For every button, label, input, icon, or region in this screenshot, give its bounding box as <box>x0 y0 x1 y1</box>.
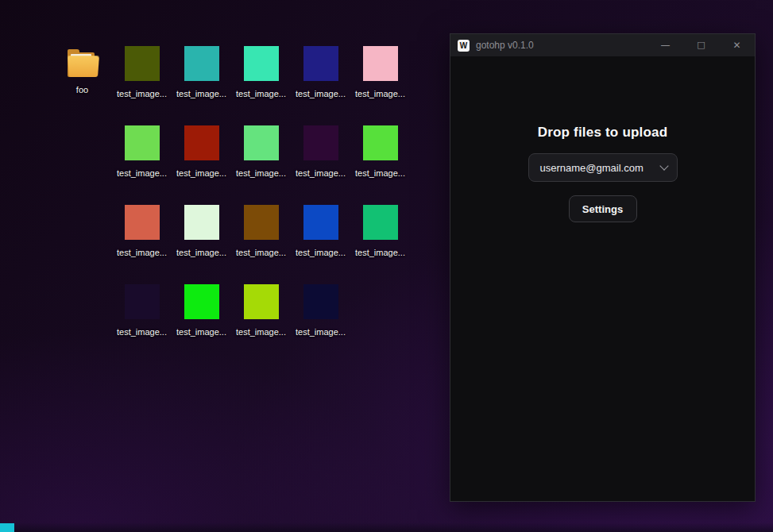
desktop-icon[interactable]: test_image... <box>291 38 350 118</box>
desktop-icon[interactable]: test_image... <box>112 197 172 276</box>
desktop-icon[interactable]: test_image... <box>291 118 350 197</box>
account-dropdown[interactable]: username@gmail.com <box>528 153 678 182</box>
image-thumbnail <box>363 125 398 160</box>
image-thumbnail <box>244 46 279 81</box>
icon-label: test_image... <box>296 327 346 337</box>
icon-label: test_image... <box>296 248 346 258</box>
minimize-button[interactable]: — <box>647 34 683 56</box>
image-thumbnail <box>244 125 279 160</box>
icon-label: test_image... <box>176 327 226 337</box>
image-thumbnail <box>184 205 219 240</box>
icon-label: test_image... <box>296 89 346 99</box>
desktop-icon[interactable]: test_image... <box>112 38 172 118</box>
icon-label: test_image... <box>236 89 286 99</box>
image-thumbnail <box>184 284 219 319</box>
desktop-icon[interactable]: test_image... <box>172 197 231 276</box>
desktop-icon[interactable]: test_image... <box>172 276 231 356</box>
image-thumbnail <box>125 205 160 240</box>
image-thumbnail <box>363 205 398 240</box>
desktop-icon[interactable]: test_image... <box>291 276 350 356</box>
icon-label: test_image... <box>355 89 405 99</box>
icon-label: test_image... <box>236 248 286 258</box>
icon-label: test_image... <box>355 248 405 258</box>
drop-zone[interactable]: Drop files to upload username@gmail.com … <box>450 56 755 501</box>
desktop-icon[interactable]: test_image... <box>172 118 231 197</box>
window-controls: — □ ✕ <box>647 34 755 56</box>
window-title: gotohp v0.1.0 <box>476 40 647 51</box>
desktop-icon[interactable]: test_image... <box>350 118 410 197</box>
maximize-button[interactable]: □ <box>683 34 719 56</box>
image-thumbnail <box>244 205 279 240</box>
folder-icon <box>68 51 98 77</box>
image-thumbnail <box>363 46 398 81</box>
image-thumbnail <box>184 125 219 160</box>
icon-label: test_image... <box>117 168 167 179</box>
window-titlebar[interactable]: W gotohp v0.1.0 — □ ✕ <box>450 34 755 56</box>
desktop-icons-grid: test_image... test_image... test_image..… <box>112 38 410 356</box>
image-thumbnail <box>125 125 160 160</box>
account-email-value: username@gmail.com <box>540 162 644 174</box>
drop-files-heading: Drop files to upload <box>538 125 668 141</box>
image-thumbnail <box>303 284 338 319</box>
icon-label: test_image... <box>176 89 226 99</box>
bottom-edge <box>0 522 773 532</box>
desktop-icon[interactable]: test_image... <box>350 197 410 276</box>
desktop-icon[interactable]: test_image... <box>112 276 172 356</box>
app-logo-icon: W <box>458 40 470 52</box>
desktop-icon[interactable]: test_image... <box>350 38 410 118</box>
image-thumbnail <box>303 125 338 160</box>
image-thumbnail <box>184 46 219 81</box>
folder-label: foo <box>76 85 88 95</box>
icon-label: test_image... <box>176 248 226 258</box>
icon-label: test_image... <box>355 168 405 179</box>
desktop-icon[interactable]: test_image... <box>231 118 291 197</box>
desktop-folder-foo[interactable]: foo <box>52 38 112 118</box>
image-thumbnail <box>303 205 338 240</box>
desktop: foo test_image... test_image... test_ima… <box>0 0 773 532</box>
icon-label: test_image... <box>236 168 286 179</box>
desktop-icon[interactable]: test_image... <box>291 197 350 276</box>
image-thumbnail <box>125 46 160 81</box>
desktop-icon[interactable]: test_image... <box>112 118 172 197</box>
image-thumbnail <box>303 46 338 81</box>
desktop-icon[interactable]: test_image... <box>231 276 291 356</box>
icon-label: test_image... <box>117 327 167 337</box>
settings-button[interactable]: Settings <box>569 195 637 222</box>
image-thumbnail <box>125 284 160 319</box>
close-button[interactable]: ✕ <box>719 34 755 56</box>
taskbar-accent <box>0 523 14 532</box>
desktop-icon[interactable]: test_image... <box>231 38 291 118</box>
desktop-icon[interactable]: test_image... <box>172 38 231 118</box>
icon-label: test_image... <box>117 89 167 99</box>
image-thumbnail <box>244 284 279 319</box>
icon-label: test_image... <box>236 327 286 337</box>
app-window: W gotohp v0.1.0 — □ ✕ Drop files to uplo… <box>450 33 756 502</box>
icon-label: test_image... <box>296 168 346 179</box>
desktop-icon[interactable]: test_image... <box>231 197 291 276</box>
icon-label: test_image... <box>117 248 167 258</box>
icon-label: test_image... <box>176 168 226 179</box>
chevron-down-icon <box>659 161 668 170</box>
